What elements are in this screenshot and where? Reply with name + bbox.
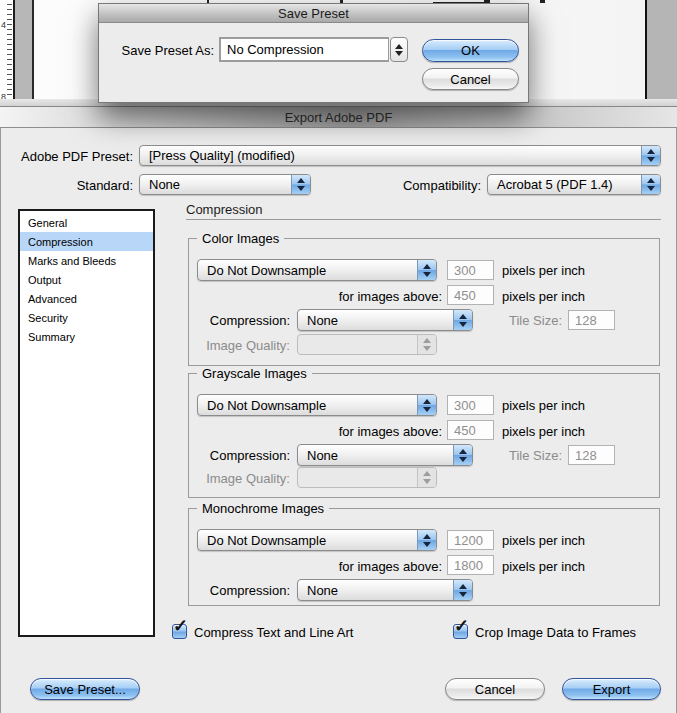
color-tile-size-field: 128 [568,310,615,330]
stepper-up-down-icon [641,175,660,194]
preset-name-value: No Compression [227,42,324,57]
standard-label: Standard: [0,178,133,193]
stepper-up-down-icon [291,175,310,194]
dialog-title: Export Adobe PDF [285,110,393,125]
sidebar-item-general[interactable]: General [20,213,153,232]
grayscale-resolution-field[interactable]: 300 [447,395,494,415]
ok-button-label: OK [461,43,480,58]
stepper-up-down-icon [417,395,436,415]
image-quality-label: Image Quality: [189,338,290,353]
page-edge-line [32,0,34,103]
compress-text-checkbox-label: Compress Text and Line Art [194,625,353,640]
downsample-value: Do Not Downsample [207,533,326,548]
panel-title: Compression [186,202,263,217]
compatibility-dropdown[interactable]: Acrobat 5 (PDF 1.4) [487,174,661,195]
ruler-number: 4 [1,20,6,30]
downsample-value: Do Not Downsample [207,263,326,278]
background-artifact [540,0,545,3]
adobe-pdf-preset-dropdown[interactable]: [Press Quality] (modified) [139,145,661,166]
color-threshold-field[interactable]: 450 [447,285,494,305]
monochrome-threshold-field[interactable]: 1800 [447,555,494,575]
downsample-value: Do Not Downsample [207,398,326,413]
grayscale-images-group: Grayscale Images Do Not Downsample 300 p… [188,373,660,498]
sidebar-item-compression[interactable]: Compression [20,232,153,251]
resolution-unit-label: pixels per inch [502,398,585,413]
threshold-unit-label: pixels per inch [502,424,585,439]
compatibility-label: Compatibility: [340,178,481,193]
panel-separator [186,219,661,220]
group-title: Color Images [197,231,284,246]
cancel-button[interactable]: Cancel [422,68,519,90]
tile-size-label: Tile Size: [489,448,562,463]
dialog-titlebar: Save Preset [99,4,528,23]
compatibility-value: Acrobat 5 (PDF 1.4) [497,177,613,192]
grayscale-threshold-field[interactable]: 450 [447,420,494,440]
compression-label: Compression: [189,583,290,598]
compression-value: None [307,583,338,598]
grayscale-tile-size-field: 128 [568,445,615,465]
compression-label: Compression: [189,313,290,328]
color-image-quality-dropdown [297,334,437,355]
vertical-ruler: 4 8 [0,0,13,103]
sidebar-item-security[interactable]: Security [20,308,153,327]
checkmark-icon: ✓ [454,617,469,635]
sidebar-item-output[interactable]: Output [20,270,153,289]
dialog-titlebar: Export Adobe PDF [0,107,677,128]
threshold-label: for images above: [289,559,442,574]
cancel-button[interactable]: Cancel [445,678,545,700]
resolution-unit-label: pixels per inch [502,533,585,548]
save-preset-dialog: Save Preset Save Preset As: No Compressi… [98,3,529,103]
monochrome-downsample-dropdown[interactable]: Do Not Downsample [197,529,437,551]
compress-text-checkbox[interactable]: ✓ [172,624,187,639]
pasteboard-left [15,0,32,103]
export-adobe-pdf-dialog: Export Adobe PDF Adobe PDF Preset: [Pres… [0,106,677,713]
sidebar-item-advanced[interactable]: Advanced [20,289,153,308]
stepper-up-down-icon [453,310,472,330]
ok-button[interactable]: OK [422,39,519,62]
ruler-ticks [7,0,12,103]
color-downsample-dropdown[interactable]: Do Not Downsample [197,259,437,281]
stepper-up-down-icon [417,335,436,354]
monochrome-compression-dropdown[interactable]: None [297,579,473,601]
cancel-button-label: Cancel [450,72,490,87]
monochrome-resolution-field[interactable]: 1200 [447,530,494,550]
standard-value: None [149,177,180,192]
threshold-unit-label: pixels per inch [502,559,585,574]
crop-image-data-checkbox-label: Crop Image Data to Frames [475,625,636,640]
cancel-button-label: Cancel [475,682,515,697]
image-quality-label: Image Quality: [189,471,290,486]
standard-dropdown[interactable]: None [139,174,311,195]
stepper-up-down-icon [453,445,472,465]
tile-size-label: Tile Size: [489,313,562,328]
stepper-up-down-icon [453,580,472,600]
stepper-up-down-icon [417,530,436,550]
crop-image-data-checkbox[interactable]: ✓ [453,624,468,639]
threshold-unit-label: pixels per inch [502,289,585,304]
save-preset-button-label: Save Preset... [44,682,126,697]
grayscale-downsample-dropdown[interactable]: Do Not Downsample [197,394,437,416]
export-button[interactable]: Export [562,678,661,700]
preset-value: [Press Quality] (modified) [149,148,295,163]
save-preset-button[interactable]: Save Preset... [30,678,140,700]
settings-section-list: General Compression Marks and Bleeds Out… [18,209,155,637]
sidebar-item-marks-and-bleeds[interactable]: Marks and Bleeds [20,251,153,270]
checkmark-icon: ✓ [173,617,188,635]
grayscale-image-quality-dropdown [297,467,437,488]
pasteboard-right [647,0,677,103]
combo-stepper-icon[interactable] [390,37,408,62]
preset-label: Adobe PDF Preset: [0,149,133,164]
grayscale-compression-dropdown[interactable]: None [297,444,473,466]
export-button-label: Export [593,682,631,697]
group-title: Monochrome Images [197,501,329,516]
compression-label: Compression: [189,448,290,463]
compression-value: None [307,313,338,328]
sidebar-item-summary[interactable]: Summary [20,327,153,346]
save-preset-as-label: Save Preset As: [107,43,214,58]
color-compression-dropdown[interactable]: None [297,309,473,331]
dialog-title: Save Preset [278,6,349,21]
stepper-up-down-icon [417,468,436,487]
preset-name-combo-input[interactable]: No Compression [219,37,389,62]
color-resolution-field[interactable]: 300 [447,260,494,280]
compression-value: None [307,448,338,463]
resolution-unit-label: pixels per inch [502,263,585,278]
